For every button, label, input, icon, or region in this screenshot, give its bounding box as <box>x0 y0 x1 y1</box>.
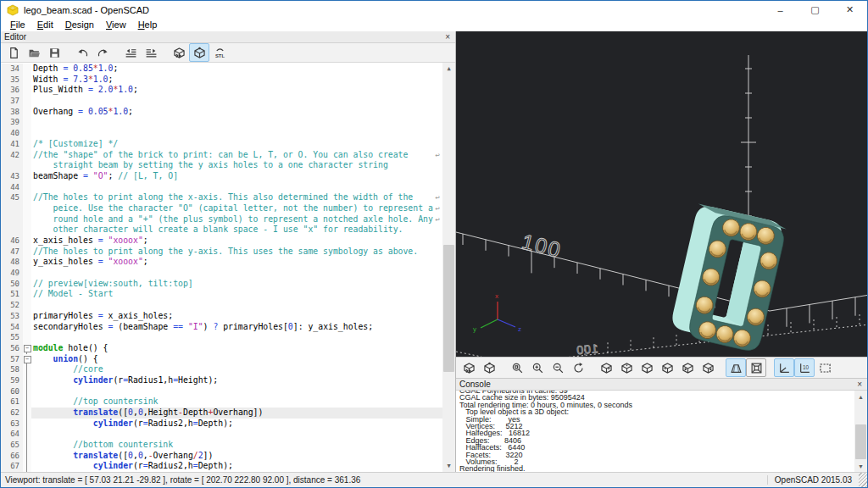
code-line[interactable]: 49 <box>1 268 442 279</box>
maximize-button[interactable]: ▢ <box>798 1 832 19</box>
code-text: cylinder(r=Radius1,h=Height); <box>31 375 218 386</box>
code-line[interactable]: 67 cylinder(r=Radius2,h=Depth); <box>1 461 442 472</box>
window-controls: –▢✕ <box>763 1 867 19</box>
orthogonal-button[interactable] <box>746 358 766 377</box>
code-line[interactable]: 45//The holes to print along the x-axis.… <box>1 192 442 203</box>
code-line[interactable]: 42//the "shape" of the brick to print: c… <box>1 150 442 161</box>
code-line[interactable]: 40 <box>1 128 442 139</box>
show-axes-button[interactable] <box>774 358 794 377</box>
console-close-icon[interactable]: × <box>852 379 867 390</box>
code-line[interactable]: other character will create a blank spac… <box>1 225 442 236</box>
render-button[interactable] <box>479 358 499 377</box>
zoom-all-button[interactable] <box>507 358 527 377</box>
code-text: // Model - Start <box>31 289 113 300</box>
view-left-button[interactable] <box>657 358 677 377</box>
preview-button[interactable] <box>169 43 189 62</box>
fold-margin <box>23 214 31 225</box>
close-button[interactable]: ✕ <box>832 1 867 19</box>
code-line[interactable]: 43beamShape = "O"; // [L, T, O] <box>1 171 442 182</box>
code-line[interactable]: 52 <box>1 300 442 311</box>
code-line[interactable]: 36Plus_Width = 2.0*1.0; <box>1 85 442 96</box>
show-scale-markers-button[interactable]: 10 <box>794 358 815 377</box>
view-front-button[interactable] <box>677 358 698 377</box>
view-top-button[interactable] <box>616 358 637 377</box>
console-scroll-down-icon[interactable]: ▼ <box>854 460 867 472</box>
view-right-button[interactable] <box>596 358 616 377</box>
code-line[interactable]: peice. Use the character "O" (capital le… <box>1 203 442 214</box>
perspective-button[interactable] <box>726 358 746 377</box>
code-line[interactable]: round hole and a "+" (the plus symbol) t… <box>1 214 442 225</box>
export-stl-button[interactable]: STL <box>209 43 230 62</box>
line-number: 67 <box>1 461 23 472</box>
code-line[interactable]: 44 <box>1 182 442 193</box>
undo-button[interactable] <box>72 43 92 62</box>
editor-close-icon[interactable]: × <box>440 31 455 42</box>
indent-button[interactable] <box>141 43 161 62</box>
code-line[interactable]: 48y_axis_holes = "xooox"; <box>1 257 442 268</box>
code-line[interactable]: 51// Model - Start <box>1 289 442 300</box>
render-button[interactable] <box>189 43 209 62</box>
code-line[interactable]: 55 <box>1 332 442 343</box>
new-file-button[interactable] <box>3 43 24 62</box>
scroll-down-icon[interactable]: ▼ <box>442 460 455 472</box>
fold-marker[interactable]: − <box>23 343 31 354</box>
code-line[interactable]: 37 <box>1 96 442 107</box>
editor-scroll-thumb[interactable] <box>443 245 454 372</box>
code-line[interactable]: 50// preview[view:south, tilt:top] <box>1 279 442 290</box>
code-editor[interactable]: 34Depth = 0.85*1.0;35Width = 7.3*1.0;36P… <box>1 63 455 472</box>
view-back-button[interactable] <box>698 358 718 377</box>
toolbar-group: 10 <box>774 358 835 377</box>
console-output[interactable]: CGAL Polyhedrons in cache: 39CGAL cache … <box>456 391 867 472</box>
editor-scrollbar[interactable]: ▲ ▼ <box>442 63 455 472</box>
code-line-current[interactable]: 62 translate([0,0,Height-Depth+Overhang]… <box>1 408 442 419</box>
code-line[interactable]: 58 //core <box>1 364 442 375</box>
code-line[interactable]: 53primaryHoles = x_axis_holes; <box>1 311 442 322</box>
open-button[interactable] <box>24 43 44 62</box>
title-bar: lego_beam.scad - OpenSCAD –▢✕ <box>1 1 867 19</box>
code-line[interactable]: 34Depth = 0.85*1.0; <box>1 64 442 75</box>
preview-button[interactable] <box>459 358 479 377</box>
editor-dock: Editor × STL 34Depth = 0.85*1.0;35Width … <box>1 31 456 472</box>
view-bottom-button[interactable] <box>637 358 657 377</box>
reset-view-button[interactable] <box>568 358 588 377</box>
console-line: Rendering finished. <box>459 465 854 472</box>
code-line[interactable]: 57− union() { <box>1 354 442 365</box>
code-line[interactable]: straight beam by setting the y axis hole… <box>1 160 442 171</box>
view-all-button[interactable] <box>815 358 835 377</box>
unindent-button[interactable] <box>120 43 141 62</box>
code-line[interactable]: 46x_axis_holes = "xooox"; <box>1 236 442 247</box>
zoom-out-button[interactable] <box>548 358 568 377</box>
code-line[interactable]: 59 cylinder(r=Radius1,h=Height); <box>1 375 442 386</box>
fold-marker[interactable]: − <box>23 354 31 365</box>
fold-margin <box>23 408 31 419</box>
menu-help[interactable]: Help <box>132 19 164 31</box>
code-line[interactable]: 65 //bottom countersink <box>1 440 442 451</box>
code-line[interactable]: 38Overhang = 0.05*1.0; <box>1 107 442 118</box>
code-line[interactable]: 66 translate([0,0,-Overhang/2]) <box>1 451 442 462</box>
code-line[interactable]: 54secondaryHoles = (beamShape == "I") ? … <box>1 322 442 333</box>
menu-view[interactable]: View <box>100 19 132 31</box>
menu-file[interactable]: File <box>4 19 31 31</box>
menu-edit[interactable]: Edit <box>31 19 59 31</box>
console-scrollbar[interactable]: ▲ ▼ <box>854 391 867 472</box>
resize-grip[interactable] <box>859 473 867 487</box>
code-line[interactable]: 63 cylinder(r=Radius2,h=Depth); <box>1 419 442 430</box>
console-scroll-thumb[interactable] <box>855 424 866 459</box>
code-line[interactable]: 56−module hole() { <box>1 343 442 354</box>
minimize-button[interactable]: – <box>763 1 798 19</box>
code-line[interactable]: 61 //top countersink <box>1 396 442 408</box>
scroll-up-icon[interactable]: ▲ <box>442 63 455 75</box>
viewport-3d[interactable]: 100 100 <box>456 31 867 357</box>
code-line[interactable]: 39 <box>1 117 442 128</box>
redo-button[interactable] <box>92 43 113 62</box>
code-line[interactable]: 41/* [Customize] */ <box>1 139 442 150</box>
console-scroll-up-icon[interactable]: ▲ <box>854 391 867 402</box>
save-button[interactable] <box>44 43 64 62</box>
code-line[interactable]: 35Width = 7.3*1.0; <box>1 75 442 86</box>
code-line[interactable]: 64 <box>1 429 442 440</box>
menu-design[interactable]: Design <box>59 19 100 31</box>
code-area[interactable]: 34Depth = 0.85*1.0;35Width = 7.3*1.0;36P… <box>1 64 442 472</box>
code-line[interactable]: 47//The holes to print along the y-axis.… <box>1 247 442 258</box>
code-line[interactable]: 60 <box>1 386 442 397</box>
zoom-in-button[interactable] <box>527 358 548 377</box>
